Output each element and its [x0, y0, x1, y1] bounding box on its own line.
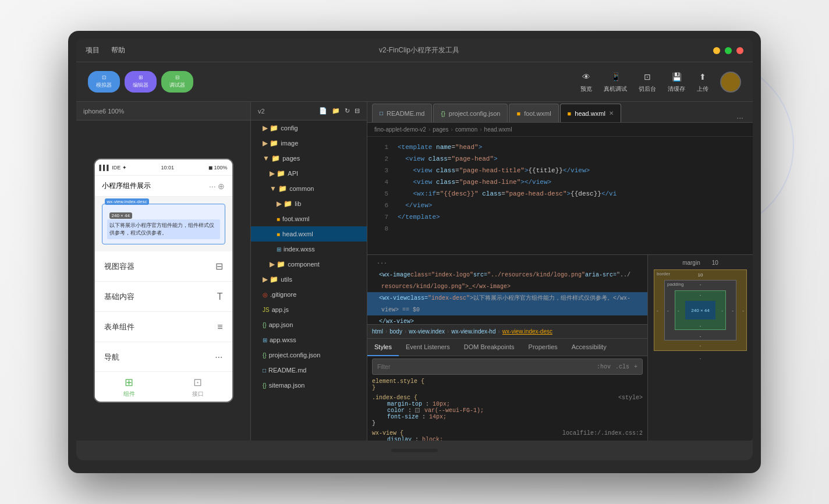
code-editor: □ README.md {} project.config.json ■ foo… — [367, 102, 753, 441]
border-right-val: - — [732, 308, 734, 313]
file-name: config — [281, 125, 297, 132]
file-item-app-wxss[interactable]: ⊞ app.wxss — [251, 332, 367, 347]
editor-tabs: □ README.md {} project.config.json ■ foo… — [367, 102, 753, 123]
file-item-sitemap[interactable]: {} sitemap.json — [251, 378, 367, 393]
code-line-5: 5 <wx:if="{{desc}}" class="page-head-des… — [367, 188, 753, 200]
styles-filter-input[interactable] — [377, 364, 592, 370]
editor-button[interactable]: ⊞ 编辑器 — [125, 71, 157, 93]
app-window: 项目 帮助 v2-FinClip小程序开发工具 ⊡ 模拟器 — [76, 39, 753, 441]
maximize-button[interactable] — [725, 47, 732, 54]
tab-project-label: project.config.json — [449, 110, 501, 117]
file-item-gitignore[interactable]: ◎ .gitignore — [251, 287, 367, 302]
menu-item-icon-1: T — [217, 292, 223, 302]
phone-tab-interface[interactable]: ⊡ 接口 — [192, 376, 204, 398]
debugger-button[interactable]: ⊟ 调试器 — [161, 71, 193, 93]
breadcrumb-sep-1: › — [428, 126, 430, 133]
file-item-utils[interactable]: ▶ 📁 utils — [251, 272, 367, 287]
el-bc-html[interactable]: html — [372, 328, 383, 335]
new-file-icon[interactable]: 📄 — [319, 107, 327, 115]
file-item-lib[interactable]: ▶ 📁 lib — [251, 196, 367, 211]
add-filter[interactable]: + — [634, 364, 637, 370]
device-debug-action[interactable]: 📱 真机调试 — [604, 71, 627, 93]
html-line-wx-image-2[interactable]: resources/kind/logo.png">_</wx-image> — [367, 281, 647, 292]
phone-tab-bar: ⊞ 组件 ⊡ 接口 — [95, 371, 232, 402]
code-content[interactable]: 1 <template name="head"> 2 <view class="… — [367, 137, 753, 254]
json-icon: {} — [263, 322, 267, 328]
phone-battery: ◼ 100% — [208, 165, 228, 171]
user-avatar[interactable] — [720, 72, 741, 93]
wxml-icon: ■ — [277, 216, 280, 222]
el-bc-wx-view-index-desc[interactable]: wx-view.index-desc — [502, 328, 552, 335]
preview-action[interactable]: 👁 预览 — [580, 71, 592, 93]
tab-more-icon[interactable]: ··· — [732, 113, 748, 122]
debugger-label: 调试器 — [169, 81, 185, 89]
file-item-project-config[interactable]: {} project.config.json — [251, 347, 367, 363]
new-folder-icon[interactable]: 📁 — [332, 107, 340, 115]
el-bc-body[interactable]: body — [389, 328, 402, 335]
menu-item-nav[interactable]: 导航 ··· — [95, 342, 232, 371]
file-item-api[interactable]: ▶ 📁 API — [251, 166, 367, 181]
content-size: 240 × 44 — [691, 308, 709, 313]
accessibility-tab[interactable]: Accessibility — [565, 339, 614, 356]
html-line-wx-view-desc[interactable]: <wx-view class= "index-desc" >以下将展示小程序官方… — [367, 292, 647, 304]
tab-readme[interactable]: □ README.md — [372, 104, 432, 122]
breadcrumb-sep-3: › — [480, 126, 481, 133]
clear-cache-action[interactable]: 💾 清缓存 — [668, 71, 685, 93]
hover-filter[interactable]: :hov — [597, 364, 611, 370]
component-tab-icon: ⊞ — [125, 376, 133, 389]
cls-filter[interactable]: .cls — [615, 364, 629, 370]
properties-tab[interactable]: Properties — [522, 339, 565, 356]
code-area: 1 <template name="head"> 2 <view class="… — [367, 137, 753, 254]
file-item-pages[interactable]: ▼ 📁 pages — [251, 151, 367, 166]
el-bc-wx-view-index-hd[interactable]: wx-view.index-hd — [451, 328, 495, 335]
minimize-button[interactable] — [713, 47, 720, 54]
dom-breakpoints-tab[interactable]: DOM Breakpoints — [457, 339, 522, 356]
breadcrumb-common: common — [455, 126, 477, 133]
phone-title-actions: ··· ⊕ — [209, 182, 225, 191]
menu-project[interactable]: 项目 — [86, 45, 100, 55]
file-item-app-js[interactable]: JS app.js — [251, 302, 367, 317]
close-button[interactable] — [736, 47, 743, 54]
element-size-badge: 240 × 44 — [109, 212, 132, 219]
styles-tab[interactable]: Styles — [367, 339, 399, 356]
collapse-icon[interactable]: ⊟ — [355, 107, 360, 115]
menu-help[interactable]: 帮助 — [111, 45, 125, 55]
menu-item-form[interactable]: 表单组件 ≡ — [95, 312, 232, 342]
upload-action[interactable]: ⬆ 上传 — [697, 71, 708, 93]
html-line-wx-image[interactable]: <wx-image class= "index-logo" src= "../r… — [367, 269, 647, 281]
file-item-app-json[interactable]: {} app.json — [251, 317, 367, 332]
menu-item-basic-content[interactable]: 基础内容 T — [95, 282, 232, 312]
menu-item-view-container[interactable]: 视图容器 ⊟ — [95, 251, 232, 282]
html-line-close-wx-view[interactable]: </wx-view> — [367, 315, 647, 325]
tab-project-config[interactable]: {} project.config.json — [433, 104, 508, 122]
tab-head-wxml[interactable]: ■ head.wxml ✕ — [560, 104, 621, 122]
file-item-readme[interactable]: □ README.md — [251, 363, 367, 378]
tab-close-icon[interactable]: ✕ — [609, 110, 614, 116]
code-line-7: 7 </template> — [367, 211, 753, 223]
css-prop-color: color : var(--weui-FG-1); — [372, 407, 643, 414]
tab-foot-wxml[interactable]: ■ foot.wxml — [509, 104, 558, 122]
laptop-frame: 项目 帮助 v2-FinClip小程序开发工具 ⊡ 模拟器 — [68, 31, 761, 473]
file-item-config[interactable]: ▶ 📁 config — [251, 120, 367, 136]
margin-bottom-val: - — [700, 343, 702, 348]
file-item-image[interactable]: ▶ 📁 image — [251, 136, 367, 151]
breadcrumb-sep-2: › — [451, 126, 453, 133]
background-action[interactable]: ⊡ 切后台 — [639, 71, 656, 93]
clear-cache-icon: 💾 — [671, 71, 682, 83]
file-item-foot-wxml[interactable]: ■ foot.wxml — [251, 211, 367, 226]
simulator-button[interactable]: ⊡ 模拟器 — [88, 71, 120, 93]
file-item-head-wxml[interactable]: ■ head.wxml — [251, 226, 367, 242]
breadcrumb-pages: pages — [433, 126, 448, 133]
file-item-index-wxss[interactable]: ⊞ index.wxss — [251, 242, 367, 257]
file-item-component[interactable]: ▶ 📁 component — [251, 257, 367, 272]
html-line-wx-view-desc-2[interactable]: view> == $0 — [367, 304, 647, 315]
refresh-icon[interactable]: ↻ — [345, 107, 350, 115]
phone-tab-component[interactable]: ⊞ 组件 — [123, 376, 135, 398]
el-bc-wx-view-index[interactable]: wx-view.index — [409, 328, 445, 335]
file-item-common[interactable]: ▼ 📁 common — [251, 181, 367, 196]
selected-element-highlight[interactable]: wx-view.index-desc 240 × 44 以下将展示小程序官方组件… — [102, 204, 225, 244]
event-listeners-tab[interactable]: Event Listeners — [399, 339, 457, 356]
folder-icon: ▶ 📁 — [263, 139, 278, 147]
border-top-val: - — [700, 282, 702, 287]
css-source-2: localfile:/.index.css:2 — [562, 430, 643, 436]
